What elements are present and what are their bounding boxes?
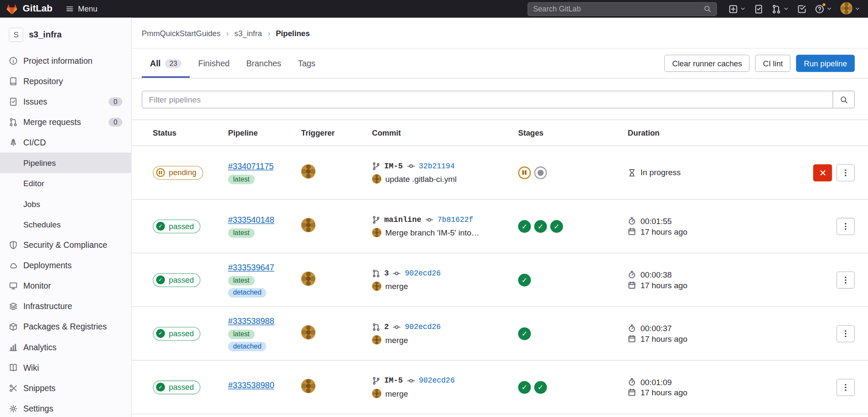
todos-button[interactable]: [797, 3, 806, 14]
pipeline-row: passed #333538980: [132, 360, 868, 414]
status-label: passed: [169, 222, 194, 231]
row-actions-kebab-button[interactable]: [837, 325, 855, 342]
commit-message-link[interactable]: merge: [385, 389, 408, 398]
triggerer-avatar[interactable]: [301, 164, 316, 179]
sidebar-item-cicd[interactable]: CI/CD: [0, 132, 131, 153]
user-menu-button[interactable]: [840, 1, 860, 17]
sidebar-item-monitor[interactable]: Monitor: [0, 275, 131, 296]
commit-message-link[interactable]: merge: [385, 282, 408, 291]
pipeline-id-link[interactable]: #333538980: [228, 380, 274, 390]
status-badge[interactable]: passed: [153, 273, 200, 287]
create-new-menu-button[interactable]: [728, 3, 745, 14]
sidebar-item-infrastructure[interactable]: Infrastructure: [0, 296, 131, 316]
pipeline-id-link[interactable]: #333538988: [228, 316, 274, 326]
sidebar-item-snippets[interactable]: Snippets: [0, 378, 131, 398]
status-badge[interactable]: passed: [153, 326, 200, 340]
sidebar-item-label: Infrastructure: [23, 301, 123, 311]
sidebar-item-project-information[interactable]: Project information: [0, 50, 131, 71]
ref-link[interactable]: mainline: [384, 215, 421, 224]
ref-link[interactable]: 2: [384, 322, 389, 331]
status-icon: [156, 275, 165, 284]
help-menu-button[interactable]: [815, 3, 832, 14]
row-actions-kebab-button[interactable]: [837, 164, 855, 181]
column-header: Commit: [372, 128, 518, 137]
pipeline-id-link[interactable]: #334071175: [228, 161, 274, 170]
sidebar-item-packages-registries[interactable]: Packages & Registries: [0, 316, 131, 337]
pipeline-id-link[interactable]: #333539647: [228, 262, 274, 272]
ci-lint-button[interactable]: CI lint: [755, 55, 791, 72]
row-actions-kebab-button[interactable]: [837, 379, 855, 396]
status-badge[interactable]: passed: [153, 219, 200, 233]
sidebar-item-jobs[interactable]: Jobs: [0, 193, 131, 214]
tab-tags[interactable]: Tags: [290, 48, 324, 78]
breadcrumb-link[interactable]: PmmQuickStartGuides: [142, 28, 220, 37]
tab-label: Tags: [298, 59, 315, 68]
stage-status-icon[interactable]: [518, 381, 531, 394]
ref-link[interactable]: IM-5: [384, 376, 403, 385]
menu-button[interactable]: Menu: [66, 4, 97, 13]
commit-message-link[interactable]: merge: [385, 335, 408, 344]
commit-sha-link[interactable]: 902ecd26: [419, 376, 454, 385]
stage-status-icon[interactable]: [518, 273, 531, 286]
commit-message-link[interactable]: Merge branch 'IM-5' into…: [385, 228, 480, 237]
triggerer-avatar[interactable]: [301, 272, 316, 286]
commit-message-link[interactable]: update .gitlab-ci.yml: [385, 174, 457, 183]
clear-runner-caches-button[interactable]: Clear runner caches: [665, 55, 750, 72]
hourglass-icon: [628, 168, 636, 177]
stage-status-icon[interactable]: [534, 220, 547, 233]
triggerer-avatar[interactable]: [301, 325, 316, 340]
stage-status-icon[interactable]: [550, 220, 563, 233]
cancel-pipeline-button[interactable]: [813, 164, 832, 181]
tab-branches[interactable]: Branches: [238, 48, 289, 78]
breadcrumb-link[interactable]: s3_infra: [234, 28, 262, 37]
filter-pipelines-input[interactable]: [142, 91, 833, 108]
sidebar-item-editor[interactable]: Editor: [0, 173, 131, 193]
ref-link[interactable]: 3: [384, 269, 389, 278]
tab-finished[interactable]: Finished: [190, 48, 238, 78]
sidebar-item-security-compliance[interactable]: Security & Compliance: [0, 235, 131, 255]
ref-link[interactable]: IM-5: [384, 162, 403, 170]
run-pipeline-button[interactable]: Run pipeline: [796, 55, 855, 72]
stage-status-icon[interactable]: [534, 166, 547, 179]
filter-search-button[interactable]: [833, 91, 855, 108]
commit-sha-link[interactable]: 902ecd26: [405, 269, 441, 278]
tab-all[interactable]: All 23: [142, 48, 190, 78]
commit-sha-link[interactable]: 902ecd26: [405, 323, 441, 331]
sidebar-item-schedules[interactable]: Schedules: [0, 214, 131, 234]
duration-value: 00:00:38: [640, 270, 671, 279]
branch-icon: [372, 162, 380, 170]
menu-label: Menu: [78, 4, 97, 13]
sidebar-item-settings[interactable]: Settings: [0, 398, 131, 417]
project-context[interactable]: S s3_infra: [0, 23, 131, 51]
commit-sha-link[interactable]: 32b21194: [419, 162, 454, 170]
sidebar-item-issues[interactable]: Issues 0: [0, 91, 131, 112]
status-badge[interactable]: passed: [153, 380, 200, 394]
commit-sha-link[interactable]: 7b81622f: [437, 216, 473, 224]
breadcrumb-separator: [268, 28, 271, 37]
row-actions-kebab-button[interactable]: [837, 218, 855, 235]
stage-status-icon[interactable]: [518, 166, 531, 179]
sidebar-item-deployments[interactable]: Deployments: [0, 255, 131, 275]
sidebar-item-repository[interactable]: Repository: [0, 71, 131, 91]
merge-requests-dashboard-button[interactable]: [772, 3, 789, 14]
stage-status-icon[interactable]: [518, 327, 531, 340]
status-badge[interactable]: pending: [153, 166, 203, 180]
row-actions-kebab-button[interactable]: [837, 271, 855, 288]
kebab-icon: [842, 329, 850, 338]
calendar-icon: [628, 388, 636, 397]
pipeline-id-link[interactable]: #333540148: [228, 215, 274, 224]
sidebar-item-pipelines[interactable]: Pipelines: [0, 153, 131, 173]
sidebar-item-wiki[interactable]: Wiki: [0, 357, 131, 377]
stage-status-icon[interactable]: [518, 220, 531, 233]
triggerer-avatar[interactable]: [301, 218, 316, 233]
sidebar-item-analytics[interactable]: Analytics: [0, 337, 131, 357]
gitlab-logo[interactable]: GitLab: [6, 3, 52, 15]
sidebar-item-label: Monitor: [23, 281, 123, 290]
commit-icon: [393, 323, 401, 331]
stage-status-icon[interactable]: [534, 381, 547, 394]
duration-value: 00:00:37: [640, 324, 671, 333]
triggerer-avatar[interactable]: [301, 379, 316, 393]
global-search-input[interactable]: [533, 5, 704, 13]
sidebar-item-merge-requests[interactable]: Merge requests 0: [0, 112, 131, 132]
issues-dashboard-button[interactable]: [754, 3, 763, 14]
